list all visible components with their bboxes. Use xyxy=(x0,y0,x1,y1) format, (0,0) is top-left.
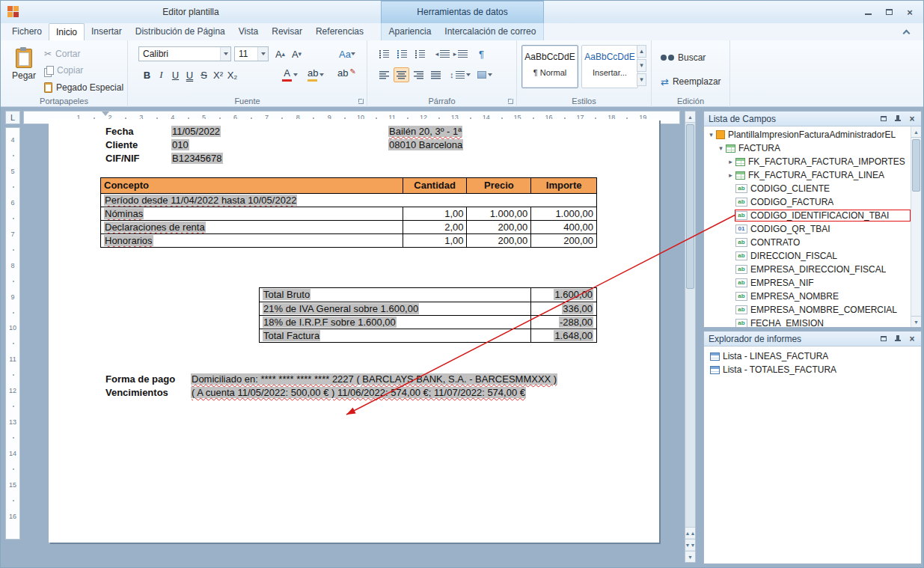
merge-field[interactable]: Período desde 11/04/2022 hasta 10/05/202… xyxy=(104,195,297,206)
scrollbar-thumb[interactable] xyxy=(912,139,920,192)
field-node-empresa-nif[interactable]: abEMPRESA_NIF xyxy=(704,276,911,290)
cut-button[interactable]: ✂ Cortar xyxy=(44,46,80,61)
field-node-fecha-emision[interactable]: abFECHA_EMISION xyxy=(704,317,911,327)
document-vertical-scrollbar[interactable]: ▲ ▲▲ ▼▼ ▼ xyxy=(685,111,696,563)
totals-table[interactable]: Total Bruto1.600,0021% de IVA General so… xyxy=(259,287,597,343)
font-size-combo[interactable]: 11 xyxy=(234,46,269,61)
show-marks-button[interactable]: ¶ xyxy=(474,46,489,61)
merge-field[interactable]: B12345678 xyxy=(171,153,223,164)
field-node-contrato[interactable]: abCONTRATO xyxy=(704,236,911,249)
decrease-indent-button[interactable]: ◂ xyxy=(435,46,450,61)
grow-font-button[interactable]: A▴ xyxy=(273,46,287,61)
scroll-down-button[interactable]: ▼ xyxy=(685,551,695,562)
dialog-launcher-icon[interactable] xyxy=(508,99,513,104)
numbered-list-button[interactable] xyxy=(394,46,410,61)
field-node-codigo-cliente[interactable]: abCODIGO_CLIENTE xyxy=(704,182,911,195)
field-node-empresa-direccion-fiscal[interactable]: abEMPRESA_DIRECCION_FISCAL xyxy=(704,263,911,276)
field-node-fk-factura-factura-linea[interactable]: ▸FK_FACTURA_FACTURA_LINEA xyxy=(704,168,911,182)
expander-icon[interactable]: ▸ xyxy=(726,171,735,179)
pin-panel-button[interactable] xyxy=(892,334,904,344)
replace-button[interactable]: ⇄ Reemplazar xyxy=(661,74,721,89)
field-node-empresa-nombre-comercial[interactable]: abEMPRESA_NOMBRE_COMERCIAL xyxy=(704,303,911,317)
due-dates-value[interactable]: ( A cuenta 11/05/2022: 500,00 € ) 11/06/… xyxy=(191,386,526,400)
minimize-button[interactable] xyxy=(860,6,875,18)
double-underline-button[interactable]: U xyxy=(183,67,197,82)
tab-insertar[interactable]: Insertar xyxy=(85,23,129,40)
merge-field[interactable]: Honorarios xyxy=(104,235,153,246)
shading-button[interactable] xyxy=(475,67,495,82)
merge-field[interactable]: 010 xyxy=(171,139,189,150)
restore-panel-button[interactable] xyxy=(878,114,890,124)
merge-field[interactable]: 1.648,00 xyxy=(554,330,593,341)
italic-button[interactable]: I xyxy=(154,67,168,82)
merge-field[interactable]: 336,00 xyxy=(562,303,593,314)
report-item-lista-lineas-factura[interactable]: Lista - LINEAS_FACTURA xyxy=(704,349,921,363)
tab-apariencia[interactable]: Apariencia xyxy=(382,23,438,40)
expander-icon[interactable]: ▾ xyxy=(707,131,715,138)
merge-field[interactable]: 1.600,00 xyxy=(554,289,593,300)
report-item-lista-totales-factura[interactable]: Lista - TOTALES_FACTURA xyxy=(704,363,921,376)
subscript-button[interactable]: X₂ xyxy=(225,67,239,82)
gallery-down-button[interactable]: ▾ xyxy=(637,59,646,72)
paste-button[interactable]: Pegar xyxy=(7,44,41,100)
align-center-button[interactable] xyxy=(394,67,409,82)
collapse-ribbon-button[interactable] xyxy=(899,26,913,38)
field-node-factura[interactable]: ▾FACTURA xyxy=(704,141,911,155)
field-node-plantillaimpresionfacturaadministradorel[interactable]: ▾PlantillaImpresionFacturaAdministradorE… xyxy=(704,128,911,141)
previous-page-button[interactable]: ▲▲ xyxy=(685,527,695,538)
style-card[interactable]: AaBbCcDdEInsertar... xyxy=(581,45,638,88)
tab-revisar[interactable]: Revisar xyxy=(265,23,309,40)
merge-field[interactable]: Total Factura xyxy=(263,330,320,341)
dropdown-button[interactable] xyxy=(257,47,268,61)
paste-special-button[interactable]: Pegado Especial xyxy=(44,80,123,95)
merge-field[interactable]: 11/05/2022 xyxy=(171,126,221,137)
merge-field[interactable]: Domiciliado en: **** **** **** **** 2227… xyxy=(191,373,557,385)
merge-field[interactable]: 18% de I.R.P.F sobre 1.600,00 xyxy=(263,317,397,328)
scroll-down-button[interactable]: ▼ xyxy=(911,316,921,327)
items-table[interactable]: ConceptoCantidadPrecioImportePeríodo des… xyxy=(100,177,597,248)
underline-button[interactable]: U xyxy=(168,67,183,82)
field-list-scrollbar[interactable]: ▲ ▼ xyxy=(911,126,921,327)
maximize-button[interactable] xyxy=(881,6,896,18)
bold-button[interactable]: B xyxy=(140,67,154,82)
scroll-up-button[interactable]: ▲ xyxy=(911,126,921,138)
v-ruler[interactable]: 45678910111213141516 xyxy=(5,127,20,540)
merge-field[interactable]: Total Bruto xyxy=(263,289,310,300)
gallery-up-button[interactable]: ▴ xyxy=(637,45,646,58)
merge-field[interactable]: Nóminas xyxy=(104,208,144,219)
pin-panel-button[interactable] xyxy=(892,114,904,124)
tab-inicio[interactable]: Inicio xyxy=(49,23,85,40)
justify-button[interactable] xyxy=(428,67,444,82)
document-page[interactable]: Fecha11/05/2022Cliente010CIF/NIFB1234567… xyxy=(49,119,659,543)
scrollbar-thumb[interactable] xyxy=(686,124,694,289)
merge-field[interactable]: Bailén 20, 3º - 1ª xyxy=(388,126,462,137)
tab-intercalaci-n-de-correo[interactable]: Intercalación de correo xyxy=(438,23,542,40)
field-node-empresa-nombre[interactable]: abEMPRESA_NOMBRE xyxy=(704,290,911,303)
restore-panel-button[interactable] xyxy=(878,334,890,344)
field-node-codigo-qr-tbai[interactable]: 01CODIGO_QR_TBAI xyxy=(704,222,911,236)
field-node-codigo-identificacion-tbai[interactable]: abCODIGO_IDENTIFICACION_TBAI xyxy=(704,209,911,222)
bullet-list-button[interactable] xyxy=(376,46,392,61)
dialog-launcher-icon[interactable] xyxy=(358,99,364,104)
superscript-button[interactable]: X² xyxy=(211,67,225,82)
tab-vista[interactable]: Vista xyxy=(232,23,265,40)
next-page-button[interactable]: ▼▼ xyxy=(685,539,695,550)
merge-field[interactable]: 21% de IVA General sobre 1.600,00 xyxy=(263,303,419,314)
tab-referencias[interactable]: Referencias xyxy=(309,23,370,40)
scroll-up-button[interactable]: ▲ xyxy=(685,112,695,123)
dropdown-button[interactable] xyxy=(220,47,230,61)
line-spacing-button[interactable]: ↕ xyxy=(450,67,471,82)
field-node-fk-factura-factura-importes[interactable]: ▸FK_FACTURA_FACTURA_IMPORTES xyxy=(704,155,911,168)
strikethrough-button[interactable]: S xyxy=(197,67,211,82)
expander-icon[interactable]: ▸ xyxy=(726,158,735,165)
shrink-font-button[interactable]: A▾ xyxy=(290,46,304,61)
field-node-direccion-fiscal[interactable]: abDIRECCION_FISCAL xyxy=(704,249,911,263)
change-case-button[interactable]: Aa xyxy=(336,46,358,61)
copy-button[interactable]: Copiar xyxy=(44,63,83,78)
merge-field[interactable]: 08010 Barcelona xyxy=(388,139,463,150)
merge-field[interactable]: -288,00 xyxy=(559,317,593,328)
font-color-button[interactable]: A xyxy=(282,67,298,82)
close-panel-button[interactable]: × xyxy=(906,334,918,344)
tab-distribuci-n-de-p-gina[interactable]: Distribución de Página xyxy=(129,23,232,40)
expander-icon[interactable]: ▾ xyxy=(717,144,725,152)
